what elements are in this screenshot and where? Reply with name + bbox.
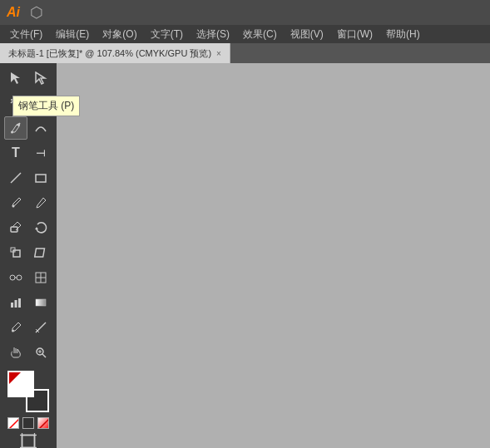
svg-line-29 bbox=[42, 354, 46, 357]
menu-window[interactable]: 窗口(W) bbox=[330, 25, 379, 43]
measure-tool[interactable] bbox=[29, 316, 52, 339]
direct-selection-tool[interactable] bbox=[29, 66, 52, 90]
line-segment-tool[interactable] bbox=[4, 166, 27, 190]
svg-line-2 bbox=[16, 98, 21, 108]
chart-gradient-row bbox=[2, 291, 55, 314]
rotate-tool[interactable] bbox=[29, 216, 52, 239]
svg-point-6 bbox=[11, 131, 13, 134]
hand-zoom-row bbox=[2, 341, 55, 364]
menu-effect[interactable]: 效果(C) bbox=[236, 25, 284, 43]
svg-marker-0 bbox=[11, 72, 20, 84]
menu-type[interactable]: 文字(T) bbox=[144, 25, 190, 43]
type-tool[interactable]: T bbox=[4, 141, 27, 165]
svg-point-4 bbox=[11, 99, 12, 101]
canvas-area bbox=[57, 63, 490, 448]
fill-color-swatch[interactable] bbox=[7, 371, 34, 397]
vertical-type-icon: T bbox=[34, 150, 47, 157]
free-transform-tool[interactable] bbox=[29, 241, 52, 264]
menu-edit[interactable]: 编辑(E) bbox=[49, 25, 96, 43]
curvature-tool[interactable] bbox=[29, 116, 52, 140]
hand-tool[interactable] bbox=[4, 341, 27, 364]
menu-help[interactable]: 帮助(H) bbox=[379, 25, 427, 43]
tab-close-button[interactable]: × bbox=[216, 49, 221, 58]
svg-marker-11 bbox=[35, 227, 38, 229]
document-tab[interactable]: 未标题-1 [已恢复]* @ 107.84% (CMYK/GPU 预览) × bbox=[0, 43, 230, 63]
pen-tool-row bbox=[2, 116, 55, 140]
type-icon: T bbox=[12, 145, 20, 160]
toolbar: 钢笔工具 (P) T T bbox=[0, 63, 57, 448]
canvas-drawing bbox=[57, 63, 306, 188]
selection-tool-row bbox=[2, 66, 55, 90]
menu-view[interactable]: 视图(V) bbox=[284, 25, 330, 43]
vertical-type-tool[interactable]: T bbox=[29, 141, 52, 165]
svg-rect-21 bbox=[11, 303, 13, 308]
svg-rect-37 bbox=[22, 436, 35, 448]
ai-logo: Ai bbox=[7, 5, 20, 20]
svg-rect-22 bbox=[15, 300, 17, 308]
type-tool-row: T T bbox=[2, 141, 55, 165]
main-area: 钢笔工具 (P) T T bbox=[0, 63, 490, 448]
lasso-tool[interactable] bbox=[29, 91, 52, 115]
line-shape-row bbox=[2, 166, 55, 190]
svg-point-9 bbox=[12, 205, 15, 208]
svg-line-3 bbox=[11, 98, 16, 103]
color-mode-gradient-icon[interactable] bbox=[37, 417, 49, 429]
magic-lasso-row bbox=[2, 91, 55, 115]
none-color-icon[interactable] bbox=[7, 417, 19, 429]
menu-file[interactable]: 文件(F) bbox=[3, 25, 49, 43]
svg-line-7 bbox=[11, 173, 21, 183]
eraser-row bbox=[2, 216, 55, 239]
menu-bar: 文件(F) 编辑(E) 对象(O) 文字(T) 选择(S) 效果(C) 视图(V… bbox=[0, 25, 490, 43]
eraser-tool[interactable] bbox=[4, 216, 27, 239]
menu-object[interactable]: 对象(O) bbox=[96, 25, 143, 43]
svg-rect-14 bbox=[35, 249, 45, 257]
svg-rect-8 bbox=[36, 175, 46, 182]
paintbrush-tool[interactable] bbox=[4, 191, 27, 214]
brush-pencil-row bbox=[2, 191, 55, 214]
selection-tool[interactable] bbox=[4, 66, 27, 90]
svg-rect-24 bbox=[36, 299, 46, 306]
tab-bar: 未标题-1 [已恢复]* @ 107.84% (CMYK/GPU 预览) × bbox=[0, 43, 490, 63]
title-bar-spacer: ⬡ bbox=[30, 3, 43, 22]
scale-tool[interactable] bbox=[4, 241, 27, 264]
svg-rect-23 bbox=[18, 298, 21, 308]
artboard-tool[interactable] bbox=[17, 432, 40, 448]
rectangle-tool[interactable] bbox=[29, 166, 52, 190]
blend-tool[interactable] bbox=[4, 266, 27, 289]
color-area bbox=[7, 371, 49, 432]
blend-mesh-row bbox=[2, 266, 55, 289]
pencil-tool[interactable] bbox=[29, 191, 52, 214]
color-mode-fill-icon[interactable] bbox=[22, 417, 34, 429]
pen-tool[interactable] bbox=[4, 116, 27, 140]
svg-rect-12 bbox=[13, 250, 20, 257]
eyedropper-tool[interactable] bbox=[4, 316, 27, 339]
svg-point-25 bbox=[12, 330, 14, 332]
tab-title: 未标题-1 [已恢复]* @ 107.84% (CMYK/GPU 预览) bbox=[8, 47, 211, 60]
scale-row bbox=[2, 241, 55, 264]
svg-point-16 bbox=[17, 275, 22, 280]
gradient-tool[interactable] bbox=[29, 291, 52, 314]
title-bar: Ai ⬡ bbox=[0, 0, 490, 25]
mesh-tool[interactable] bbox=[29, 266, 52, 289]
graph-tool[interactable] bbox=[4, 291, 27, 314]
svg-line-34 bbox=[8, 418, 19, 429]
magic-wand-tool[interactable] bbox=[4, 91, 27, 115]
svg-point-5 bbox=[18, 98, 20, 100]
svg-point-15 bbox=[10, 275, 15, 280]
eyedropper-row bbox=[2, 316, 55, 339]
zoom-tool[interactable] bbox=[29, 341, 52, 364]
menu-select[interactable]: 选择(S) bbox=[190, 25, 236, 43]
svg-marker-1 bbox=[36, 72, 45, 84]
